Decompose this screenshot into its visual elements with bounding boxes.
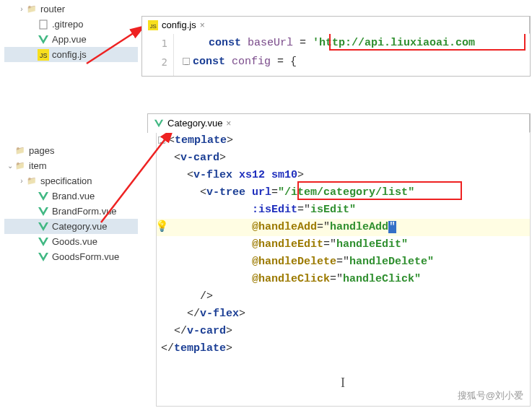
tree-label: Category.vue: [52, 221, 107, 232]
tree-label: Goods.vue: [52, 236, 97, 247]
code-line: const config = {: [183, 53, 530, 71]
tree-label: item: [29, 160, 47, 171]
text-caret-icon: I: [341, 376, 345, 391]
tree-item-goods[interactable]: Goods.vue: [4, 234, 138, 249]
tree-item-pages[interactable]: pages: [4, 143, 138, 158]
tree-item-specification[interactable]: › specification: [4, 173, 138, 188]
code-line: <v-tree url="/item/category/list": [157, 184, 530, 201]
svg-marker-7: [38, 207, 48, 216]
svg-rect-0: [40, 20, 47, 29]
fold-icon[interactable]: [158, 136, 165, 144]
chevron-right-icon[interactable]: ›: [17, 177, 26, 185]
code-line: <v-card>: [157, 149, 530, 167]
svg-text:JS: JS: [40, 52, 48, 59]
tree-label: BrandForm.vue: [52, 206, 117, 217]
tab-label: config.js: [162, 19, 196, 30]
svg-marker-8: [38, 222, 48, 231]
tree-item-brandform[interactable]: BrandForm.vue: [4, 204, 138, 219]
code-line: :isEdit="isEdit": [157, 201, 530, 219]
vue-icon: [38, 191, 49, 202]
code-line: <v-flex xs12 sm10>: [157, 167, 530, 184]
line-number: 1: [142, 34, 173, 53]
folder-icon: [26, 175, 38, 187]
tree-label: specification: [40, 175, 92, 186]
vue-icon: [38, 221, 49, 233]
vue-icon: [38, 34, 49, 45]
svg-marker-1: [38, 35, 48, 44]
line-number: 2: [142, 53, 173, 71]
folder-icon: [26, 4, 38, 15]
chevron-down-icon[interactable]: ⌄: [6, 162, 14, 170]
project-tree-bottom: pages ⌄ item › specification Brand.vue B…: [4, 143, 138, 264]
svg-marker-6: [38, 192, 48, 201]
close-icon[interactable]: ×: [200, 20, 205, 30]
folder-icon: [14, 160, 26, 172]
svg-marker-9: [38, 238, 48, 246]
close-icon[interactable]: ×: [226, 118, 231, 129]
project-tree-top: › router .gitrepo App.vue JS config.js: [4, 1, 138, 62]
file-icon: [38, 19, 49, 30]
code-line: @handleClick="handleClick": [157, 271, 530, 288]
watermark: 搜狐号@刘小爱: [458, 389, 523, 402]
svg-marker-10: [38, 253, 48, 261]
tree-label: router: [40, 4, 65, 14]
tree-label: pages: [29, 145, 54, 156]
tree-item-gitrepo[interactable]: .gitrepo: [4, 17, 138, 32]
code-area[interactable]: <template> <v-card> <v-flex xs12 sm10> <…: [156, 132, 531, 407]
tree-label: Brand.vue: [52, 191, 95, 201]
vue-icon: [38, 206, 49, 217]
tree-item-router[interactable]: › router: [4, 1, 138, 17]
tree-item-category[interactable]: Category.vue: [4, 219, 138, 234]
gutter: 1 2: [142, 34, 174, 76]
js-icon: JS: [38, 49, 49, 61]
chevron-right-icon[interactable]: ›: [17, 5, 26, 13]
tree-label: GoodsForm.vue: [52, 251, 119, 262]
tree-item-goodsform[interactable]: GoodsForm.vue: [4, 249, 138, 264]
tab-bar-bottom: Category.vue ×: [147, 113, 531, 132]
bulb-icon[interactable]: 💡: [156, 219, 165, 236]
code-line: </v-card>: [157, 323, 530, 340]
tree-label: .gitrepo: [52, 19, 83, 30]
caret-selection: ": [388, 221, 396, 233]
folder-icon: [14, 145, 26, 157]
vue-icon: [154, 118, 164, 129]
code-line-highlighted: 💡 @handleAdd="handleAdd": [157, 219, 530, 236]
code-line: </template>: [157, 340, 530, 357]
tab-bar-top: JS config.js ×: [141, 16, 531, 33]
tab-category-vue[interactable]: Category.vue ×: [148, 114, 530, 133]
tree-item-app-vue[interactable]: App.vue: [4, 32, 138, 47]
tree-item-brand[interactable]: Brand.vue: [4, 188, 138, 204]
tree-label: config.js: [52, 49, 87, 60]
code-line: @handleDelete="handleDelete": [157, 253, 530, 271]
tree-label: App.vue: [52, 34, 87, 45]
vue-icon: [38, 236, 49, 248]
tab-label: Category.vue: [167, 118, 222, 129]
code-line: <template>: [157, 132, 530, 149]
code-line: </v-flex>: [157, 305, 530, 323]
tab-config-js[interactable]: JS config.js ×: [142, 17, 530, 34]
editor-category-vue[interactable]: <template> <v-card> <v-flex xs12 sm10> <…: [147, 113, 531, 407]
svg-marker-11: [154, 119, 163, 127]
js-icon: JS: [148, 20, 158, 30]
svg-text:JS: JS: [150, 22, 157, 29]
tree-item-item[interactable]: ⌄ item: [4, 158, 138, 173]
code-line: />: [157, 288, 530, 305]
code-area[interactable]: const baseUrl = 'http://api.liuxiaoai.co…: [183, 34, 530, 71]
tree-item-config-js[interactable]: JS config.js: [4, 47, 138, 62]
code-line: @handleEdit="handleEdit": [157, 236, 530, 253]
fold-icon[interactable]: [183, 58, 190, 65]
vue-icon: [38, 251, 49, 263]
code-line: const baseUrl = 'http://api.liuxiaoai.co…: [183, 34, 530, 53]
